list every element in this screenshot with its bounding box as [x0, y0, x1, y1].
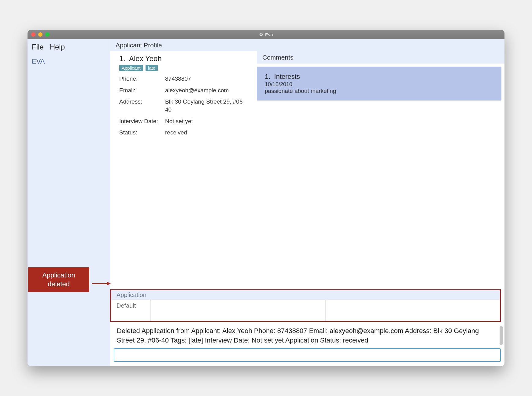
field-label: Email: [119, 86, 165, 94]
application-cell: Default [111, 300, 151, 321]
menu-bar: File Help [32, 42, 105, 54]
profile-panel: 1. Alex Yeoh Applicant late Phone: 87438… [110, 51, 257, 289]
field-value: alexyeoh@example.com [165, 86, 251, 94]
applicant-name: 1. Alex Yeoh [119, 54, 251, 63]
app-icon [259, 32, 263, 37]
close-icon[interactable] [31, 32, 35, 37]
field-value: Blk 30 Geylang Street 29, #06-40 [165, 98, 251, 113]
window-title: Eva [28, 32, 504, 37]
field-label: Address: [119, 98, 165, 113]
application-header: Application [111, 290, 500, 300]
comment-card: 1. Interests 10/10/2010 passionate about… [257, 67, 501, 101]
two-column: 1. Alex Yeoh Applicant late Phone: 87438… [110, 51, 504, 289]
application-cell [326, 300, 500, 321]
app-window: Eva File Help EVA Applicant Profile 1. A… [28, 30, 504, 366]
field-value: Not set yet [165, 117, 251, 125]
application-section: Application Default [110, 289, 501, 322]
applicant-name-text: Alex Yeoh [129, 54, 162, 63]
svg-rect-1 [260, 34, 262, 35]
applicant-index: 1. [119, 54, 125, 63]
sidebar: File Help EVA [28, 39, 110, 366]
minimize-icon[interactable] [38, 32, 42, 37]
callout-line: deleted [34, 280, 84, 289]
profile-header: Applicant Profile [110, 39, 504, 51]
tag: late [146, 65, 158, 71]
comment-index: 1. [265, 73, 270, 80]
field-value: received [165, 129, 251, 137]
field-status: Status: received [119, 129, 251, 137]
field-label: Interview Date: [119, 117, 165, 125]
application-row: Default [111, 300, 500, 321]
field-label: Phone: [119, 75, 165, 83]
applicant-tags: Applicant late [119, 65, 251, 71]
menu-file[interactable]: File [32, 43, 44, 51]
comments-panel: Comments 1. Interests 10/10/2010 passion… [257, 51, 504, 289]
main: Applicant Profile 1. Alex Yeoh Applicant… [110, 39, 504, 366]
scrollbar-thumb[interactable] [500, 326, 503, 345]
comment-body: passionate about marketing [265, 88, 493, 94]
svg-point-0 [260, 33, 263, 36]
body: File Help EVA Applicant Profile 1. Alex … [28, 39, 504, 366]
field-label: Status: [119, 129, 165, 137]
annotation-callout: Application deleted [28, 267, 89, 292]
comment-title: 1. Interests [265, 73, 493, 81]
field-value: 87438807 [165, 75, 251, 83]
maximize-icon[interactable] [45, 32, 50, 37]
comment-date: 10/10/2010 [265, 81, 493, 88]
status-message: Deleted Application from Applicant: Alex… [110, 322, 504, 348]
comment-title-text: Interests [274, 73, 300, 80]
command-input[interactable] [114, 348, 501, 362]
tag: Applicant [119, 65, 143, 71]
menu-help[interactable]: Help [50, 43, 65, 51]
field-interview-date: Interview Date: Not set yet [119, 117, 251, 125]
callout-line: Application [34, 271, 84, 280]
brand-label: EVA [32, 54, 105, 65]
field-email: Email: alexyeoh@example.com [119, 86, 251, 94]
comments-header: Comments [257, 51, 504, 64]
svg-marker-3 [107, 282, 111, 285]
status-message-text: Deleted Application from Applicant: Alex… [117, 327, 479, 344]
traffic-lights [31, 32, 50, 37]
field-address: Address: Blk 30 Geylang Street 29, #06-4… [119, 98, 251, 113]
command-input-wrap [110, 348, 504, 366]
arrow-icon [92, 280, 111, 287]
titlebar: Eva [28, 30, 504, 39]
field-phone: Phone: 87438807 [119, 75, 251, 83]
application-cell [151, 300, 326, 321]
window-title-text: Eva [265, 32, 273, 37]
